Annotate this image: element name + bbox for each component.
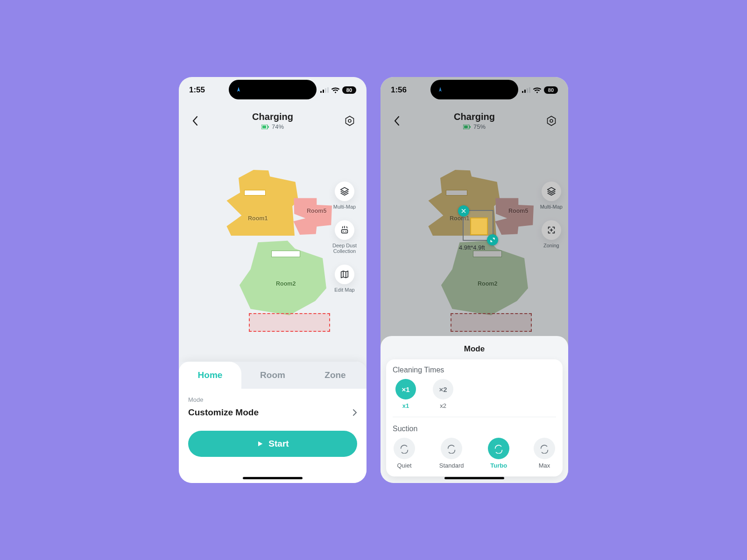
cycle-icon: [493, 443, 504, 454]
room-1-shape[interactable]: [224, 168, 298, 236]
battery-level: 74%: [261, 123, 284, 130]
app-header: Charging 74%: [179, 112, 366, 130]
settings-icon: [546, 115, 557, 126]
home-indicator[interactable]: [243, 477, 303, 479]
customize-mode-value: Customize Mode: [188, 407, 259, 418]
svg-rect-13: [527, 88, 528, 93]
status-time: 1:55: [189, 85, 205, 95]
zone-dimensions: 4.9ft*4.9ft: [459, 244, 485, 251]
customize-mode-row[interactable]: Customize Mode: [179, 404, 366, 420]
cycle-icon: [446, 443, 457, 454]
nogo-zone[interactable]: [451, 313, 532, 332]
suction-turbo[interactable]: Turbo: [488, 438, 509, 469]
zone-selection[interactable]: 4.9ft*4.9ft: [463, 210, 493, 241]
svg-rect-16: [464, 126, 468, 128]
room-5-label: Room5: [508, 208, 528, 214]
svg-rect-2: [325, 88, 326, 93]
settings-icon: [344, 115, 355, 126]
close-icon: [461, 208, 466, 214]
battery-icon: [463, 125, 471, 129]
svg-rect-11: [522, 91, 523, 93]
settings-button[interactable]: [340, 112, 359, 130]
cleaning-times-x1[interactable]: ×1 x1: [395, 379, 416, 409]
phone-screen-mode-panel: 1:56 80 Charging 75% Room1 Roo: [381, 77, 568, 483]
chevron-left-icon: [192, 116, 199, 126]
divider: [393, 417, 556, 417]
room-5-shape[interactable]: [292, 197, 332, 235]
svg-rect-6: [268, 126, 269, 128]
svg-rect-17: [470, 126, 471, 128]
zoning-icon: [546, 225, 557, 235]
bottom-sheet: Home Room Zone Mode Customize Mode Start: [179, 362, 366, 483]
tab-bar: Home Room Zone: [179, 362, 366, 389]
svg-rect-12: [524, 90, 526, 93]
wifi-icon: [533, 87, 541, 93]
mode-bottom-sheet: Mode Cleaning Times ×1 x1 ×2 x2 Suction: [381, 336, 568, 483]
suction-standard[interactable]: Standard: [439, 438, 464, 469]
battery-icon: [261, 125, 269, 129]
deep-dust-button[interactable]: Deep Dust Collection: [328, 220, 361, 254]
status-battery: 80: [342, 86, 356, 94]
zone-delete-handle[interactable]: [458, 205, 469, 217]
room-5-label: Room5: [307, 208, 326, 214]
svg-rect-3: [327, 87, 329, 93]
multi-map-button[interactable]: Multi-Map: [540, 182, 563, 210]
cellular-icon: [522, 87, 530, 93]
chevron-left-icon: [394, 116, 401, 126]
layers-icon: [546, 186, 557, 196]
cleaning-times-x2[interactable]: ×2 x2: [433, 379, 453, 409]
mode-label: Mode: [188, 396, 204, 403]
zone-fill: [470, 217, 488, 235]
svg-point-18: [550, 119, 553, 122]
back-button[interactable]: [186, 112, 205, 130]
start-button[interactable]: Start: [188, 431, 357, 457]
status-battery: 80: [544, 86, 558, 94]
battery-level: 75%: [463, 123, 486, 130]
svg-rect-0: [320, 91, 322, 93]
status-bar: 1:56 80: [381, 82, 568, 98]
tab-room[interactable]: Room: [241, 362, 304, 389]
map-tool-column: Multi-Map Zoning: [540, 182, 563, 248]
svg-point-7: [348, 119, 351, 122]
page-title: Charging: [252, 112, 293, 122]
layers-icon: [339, 186, 350, 196]
map-icon: [339, 269, 350, 280]
room-2-label: Room2: [478, 280, 497, 287]
play-icon: [256, 440, 264, 448]
panel-title: Mode: [386, 342, 563, 359]
room-2-shape[interactable]: [234, 238, 326, 317]
multi-map-button[interactable]: Multi-Map: [333, 182, 356, 210]
svg-rect-14: [529, 87, 530, 93]
page-title: Charging: [454, 112, 495, 122]
tab-zone[interactable]: Zone: [304, 362, 366, 389]
status-bar: 1:55 80: [179, 82, 366, 98]
back-button[interactable]: [388, 112, 407, 130]
svg-rect-5: [262, 126, 266, 128]
nogo-zone[interactable]: [249, 313, 330, 332]
room-2-label: Room2: [276, 280, 296, 287]
suction-max[interactable]: Max: [534, 438, 555, 469]
suction-section: Suction Quiet Standard Turbo: [393, 425, 556, 469]
svg-point-10: [345, 231, 346, 231]
cycle-icon: [399, 443, 409, 454]
dust-icon: [339, 225, 350, 235]
floor-map-image: Room1 Room5 Room2: [207, 161, 338, 338]
mode-card: Cleaning Times ×1 x1 ×2 x2 Suction: [386, 359, 563, 476]
cycle-icon: [539, 443, 550, 454]
room-5-shape[interactable]: [493, 197, 534, 235]
wifi-icon: [331, 87, 339, 93]
app-header: Charging 75%: [381, 112, 568, 130]
settings-button[interactable]: [542, 112, 561, 130]
edit-map-button[interactable]: Edit Map: [334, 265, 354, 293]
cellular-icon: [320, 87, 329, 93]
room-1-label: Room1: [248, 215, 268, 222]
zoning-button[interactable]: Zoning: [542, 220, 561, 249]
suction-quiet[interactable]: Quiet: [394, 438, 415, 469]
svg-point-9: [343, 231, 344, 231]
resize-icon: [490, 237, 495, 243]
chevron-right-icon: [352, 409, 357, 416]
zone-resize-handle[interactable]: [487, 234, 498, 245]
svg-rect-1: [323, 90, 324, 93]
tab-home[interactable]: Home: [179, 362, 241, 389]
home-indicator[interactable]: [444, 477, 504, 479]
